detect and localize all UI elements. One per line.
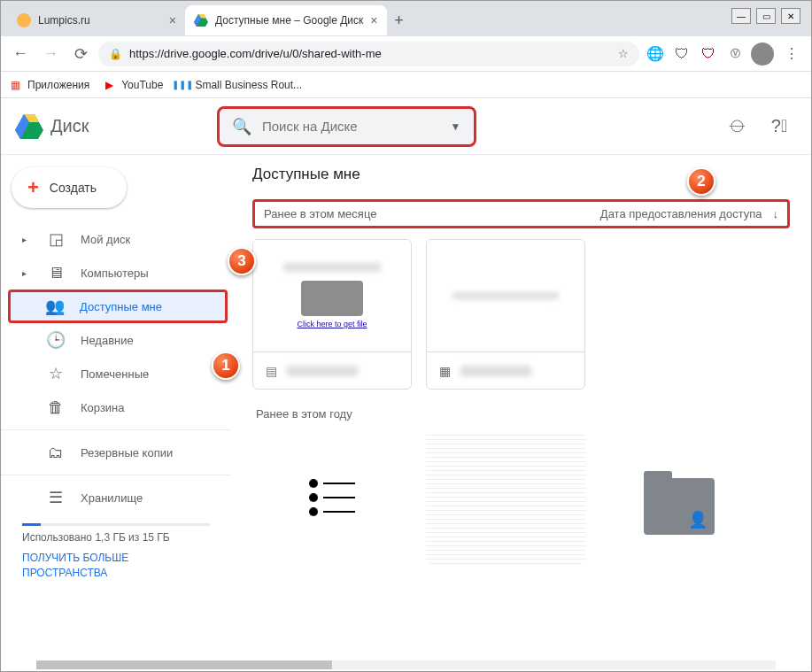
favicon-drive [194, 13, 208, 27]
tab-close-icon[interactable]: × [370, 13, 377, 27]
sidebar-item-storage[interactable]: ☰ Хранилище [1, 481, 220, 514]
address-bar: ← → ⟳ 🔒 https://drive.google.com/drive/u… [1, 36, 811, 72]
trash-icon: 🗑 [47, 398, 65, 417]
bookmark-sbr[interactable]: ❚❚❚ Small Business Rout... [175, 78, 302, 92]
file-preview [427, 240, 584, 351]
backups-icon: 🗂 [47, 444, 65, 462]
expand-icon[interactable]: ▸ [22, 268, 31, 278]
sidebar-item-label: Недавние [81, 334, 134, 347]
horizontal-scrollbar[interactable] [36, 660, 776, 669]
create-label: Создать [50, 181, 97, 195]
folder-card[interactable] [599, 431, 759, 582]
annotation-badge-2: 2 [687, 167, 715, 196]
sidebar-item-label: Компьютеры [81, 266, 149, 280]
ext-globe-icon[interactable]: 🌐 [645, 43, 666, 65]
url-input[interactable]: 🔒 https://drive.google.com/drive/u/0/sha… [98, 42, 639, 66]
files-row: Click here to get file ▤ ▦ [252, 239, 790, 390]
sidebar-item-trash[interactable]: 🗑 Корзина [1, 390, 220, 424]
file-card[interactable] [252, 431, 412, 564]
sort-control[interactable]: Дата предоставления доступа ↓ [600, 207, 778, 220]
storage-icon: ☰ [47, 488, 65, 507]
youtube-icon: ▶ [102, 78, 116, 92]
sidebar-item-starred[interactable]: ☆ Помеченные [1, 357, 220, 390]
file-name-blurred [287, 366, 358, 376]
section-header: Ранее в этом месяце Дата предоставления … [252, 199, 790, 228]
computers-icon: 🖥 [47, 264, 65, 282]
drive-logo[interactable]: Диск [15, 114, 210, 139]
sidebar-item-backups[interactable]: 🗂 Резервные копии [1, 436, 220, 469]
bookmark-label: Small Business Rout... [195, 79, 302, 91]
shared-folder-icon [644, 478, 715, 535]
search-box[interactable]: 🔍 ▼ [217, 106, 476, 147]
storage-used-text: Использовано 1,3 ГБ из 15 ГБ [22, 531, 210, 544]
forward-button[interactable]: → [38, 42, 63, 66]
reload-button[interactable]: ⟳ [68, 42, 93, 66]
sidebar-item-recent[interactable]: 🕒 Недавние [1, 323, 220, 357]
files-row [252, 431, 790, 582]
search-icon: 🔍 [232, 117, 251, 136]
window-minimize[interactable]: — [731, 8, 751, 24]
help-icon[interactable]: ?⃝ [762, 109, 797, 144]
tab-close-icon[interactable]: × [169, 13, 176, 27]
bookmark-youtube[interactable]: ▶ YouTube [102, 78, 163, 92]
main-content: Доступные мне Ранее в этом месяце Дата п… [231, 155, 811, 671]
docs-icon: ▤ [264, 364, 278, 378]
bookmarks-bar: ▦ Приложения ▶ YouTube ❚❚❚ Small Busines… [1, 72, 811, 98]
tab-title: Доступные мне – Google Диск [215, 14, 363, 27]
file-card[interactable]: Click here to get file ▤ [252, 239, 412, 390]
url-text: https://drive.google.com/drive/u/0/share… [129, 47, 382, 60]
window-maximize[interactable]: ▭ [756, 8, 776, 24]
annotation-badge-1: 1 [212, 351, 240, 380]
new-tab-button[interactable]: + [387, 8, 412, 33]
bookmark-label: Приложения [27, 79, 89, 91]
file-preview [426, 431, 585, 564]
back-button[interactable]: ← [8, 42, 33, 66]
create-button[interactable]: + Создать [12, 167, 127, 208]
sbr-icon: ❚❚❚ [175, 78, 189, 92]
sidebar-item-shared[interactable]: 👥 Доступные мне [8, 290, 228, 323]
file-preview [252, 431, 412, 564]
tab-drive[interactable]: Доступные мне – Google Диск × [185, 5, 387, 35]
mydrive-icon: ◲ [47, 229, 65, 249]
bookmark-label: YouTube [121, 79, 163, 91]
favicon-lumpics [17, 13, 31, 27]
file-name-blurred [460, 366, 531, 376]
sort-arrow-icon: ↓ [773, 207, 779, 220]
section-title: Ранее в этом месяце [264, 207, 376, 220]
sidebar-item-computers[interactable]: ▸ 🖥 Компьютеры [1, 256, 220, 290]
sidebar-item-mydrive[interactable]: ▸ ◲ Мой диск [1, 222, 220, 256]
lock-icon: 🔒 [109, 48, 122, 60]
recent-icon: 🕒 [47, 330, 65, 350]
drive-header: Диск 🔍 ▼ ⦵ ?⃝ [1, 98, 811, 155]
sheets-icon: ▦ [437, 364, 452, 378]
browser-menu[interactable]: ⋮ [779, 45, 804, 62]
sidebar-item-label: Мой диск [81, 233, 130, 246]
apps-icon: ▦ [8, 78, 22, 92]
window-close[interactable]: ✕ [781, 8, 800, 24]
file-card[interactable] [426, 431, 585, 564]
sidebar-item-label: Корзина [81, 401, 125, 414]
search-input[interactable] [262, 119, 440, 134]
bookmark-apps[interactable]: ▦ Приложения [8, 78, 89, 92]
shared-icon: 👥 [46, 297, 64, 316]
star-icon[interactable]: ☆ [618, 47, 629, 60]
file-card[interactable]: ▦ [426, 239, 585, 390]
storage-bar [22, 523, 210, 526]
file-preview: Click here to get file [253, 240, 411, 351]
sidebar: + Создать ▸ ◲ Мой диск ▸ 🖥 Компьютеры 👥 … [1, 155, 231, 671]
storage-info: Использовано 1,3 ГБ из 15 ГБ ПОЛУЧИТЬ БО… [1, 514, 231, 584]
ready-offline-icon[interactable]: ⦵ [719, 109, 754, 144]
ext-ublock-icon[interactable]: 🛡 [698, 43, 719, 65]
star-icon: ☆ [47, 364, 65, 383]
drive-logo-text: Диск [50, 116, 89, 136]
drive-logo-icon [15, 114, 43, 139]
sidebar-item-label: Резервные копии [81, 446, 173, 460]
search-dropdown-icon[interactable]: ▼ [451, 120, 461, 133]
ext-shield-icon[interactable]: 🛡 [671, 43, 692, 65]
storage-upgrade-link[interactable]: ПОЛУЧИТЬ БОЛЬШЕ ПРОСТРАНСТВА [22, 551, 210, 581]
profile-avatar[interactable] [751, 42, 774, 66]
sidebar-item-label: Помеченные [81, 367, 149, 381]
tab-lumpics[interactable]: Lumpics.ru × [8, 5, 185, 35]
expand-icon[interactable]: ▸ [22, 235, 31, 244]
ext-vk-icon[interactable]: Ⓥ [724, 43, 746, 65]
